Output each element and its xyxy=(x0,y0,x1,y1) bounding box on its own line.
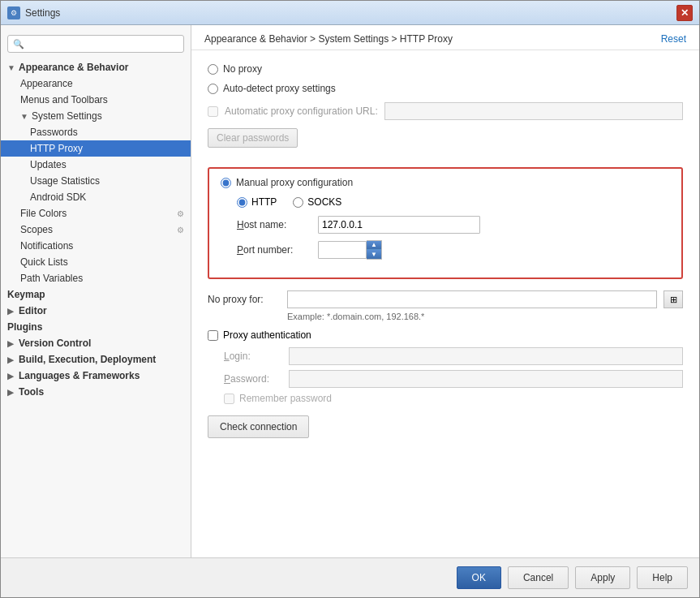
sidebar-item-editor[interactable]: ▶ Editor xyxy=(1,303,191,319)
settings-window: ⚙ Settings ✕ 🔍 ▼ Appearance & Behavior A… xyxy=(0,0,700,598)
proxy-type-row: HTTP SOCKS xyxy=(221,196,670,208)
port-number-spinner: 7878 ▲ ▼ xyxy=(318,240,382,260)
auto-config-checkbox[interactable] xyxy=(208,106,218,117)
search-icon: 🔍 xyxy=(13,39,24,49)
arrow-icon: ▶ xyxy=(7,339,15,348)
http-option: HTTP xyxy=(237,196,277,208)
no-proxy-for-row: No proxy for: ⊞ xyxy=(208,290,683,308)
reset-link[interactable]: Reset xyxy=(661,33,686,45)
sidebar-item-build-execution[interactable]: ▶ Build, Execution, Deployment xyxy=(1,351,191,368)
sidebar-item-notifications[interactable]: Notifications xyxy=(1,238,191,254)
socks-radio[interactable] xyxy=(293,197,303,208)
close-button[interactable]: ✕ xyxy=(676,5,693,21)
http-radio[interactable] xyxy=(237,197,247,208)
auto-config-row: Automatic proxy configuration URL: xyxy=(208,102,683,120)
apply-button[interactable]: Apply xyxy=(575,566,630,589)
no-proxy-radio[interactable] xyxy=(208,64,218,75)
port-number-field[interactable]: 7878 xyxy=(318,241,367,259)
proxy-auth-label[interactable]: Proxy authentication xyxy=(223,329,311,341)
sidebar-item-passwords[interactable]: Passwords xyxy=(1,124,191,140)
sidebar-item-path-variables[interactable]: Path Variables xyxy=(1,270,191,286)
ok-button[interactable]: OK xyxy=(457,566,501,589)
window-icon: ⚙ xyxy=(7,6,20,19)
auto-config-label: Automatic proxy configuration URL: xyxy=(225,105,378,117)
password-field[interactable] xyxy=(289,370,683,388)
manual-proxy-radio[interactable] xyxy=(221,178,231,188)
arrow-icon: ▼ xyxy=(7,63,15,72)
spinner-down-button[interactable]: ▼ xyxy=(367,250,381,259)
proxy-auth-row: Proxy authentication xyxy=(208,329,683,341)
no-proxy-for-field[interactable] xyxy=(287,290,657,308)
settings-icon: ⚙ xyxy=(177,226,184,234)
sidebar-item-version-control[interactable]: ▶ Version Control xyxy=(1,335,191,351)
http-label[interactable]: HTTP xyxy=(251,196,277,208)
password-label: Password: xyxy=(224,373,289,385)
sidebar-item-file-colors[interactable]: File Colors ⚙ xyxy=(1,205,191,222)
host-name-label: Host name: xyxy=(237,219,318,230)
arrow-icon: ▶ xyxy=(7,307,15,316)
sidebar-item-quick-lists[interactable]: Quick Lists xyxy=(1,254,191,270)
clear-passwords-area: Clear passwords xyxy=(208,128,683,157)
sidebar-item-label: Build, Execution, Deployment xyxy=(19,354,156,365)
socks-option: SOCKS xyxy=(293,196,341,208)
auto-detect-label[interactable]: Auto-detect proxy settings xyxy=(223,83,336,94)
sidebar-item-label: Editor xyxy=(19,305,47,316)
sidebar-item-label: Version Control xyxy=(19,338,91,349)
sidebar-item-label: File Colors xyxy=(20,208,67,219)
auto-detect-radio[interactable] xyxy=(208,84,218,94)
port-number-label: Port number: xyxy=(237,244,318,256)
sidebar-item-keymap[interactable]: Keymap xyxy=(1,286,191,303)
sidebar-item-system-settings[interactable]: ▼ System Settings xyxy=(1,108,191,124)
settings-icon: ⚙ xyxy=(177,209,184,218)
cancel-button[interactable]: Cancel xyxy=(508,566,569,589)
sidebar-item-label: Notifications xyxy=(20,240,73,252)
sidebar-item-updates[interactable]: Updates xyxy=(1,157,191,173)
no-proxy-label[interactable]: No proxy xyxy=(223,63,262,75)
sidebar-item-label: Appearance xyxy=(20,78,73,89)
sidebar-item-menus-toolbars[interactable]: Menus and Toolbars xyxy=(1,92,191,108)
sidebar-item-label: Scopes xyxy=(20,224,53,235)
spinner-up-button[interactable]: ▲ xyxy=(367,241,381,250)
sidebar: 🔍 ▼ Appearance & Behavior Appearance Men… xyxy=(1,25,191,557)
sidebar-item-label: Android SDK xyxy=(30,191,86,203)
search-box: 🔍 xyxy=(7,35,184,53)
search-input[interactable] xyxy=(28,38,178,49)
proxy-auth-checkbox[interactable] xyxy=(208,330,218,341)
help-button[interactable]: Help xyxy=(637,566,688,589)
sidebar-item-label: Keymap xyxy=(7,289,45,300)
no-proxy-browse-button[interactable]: ⊞ xyxy=(663,290,683,308)
socks-label[interactable]: SOCKS xyxy=(307,196,341,208)
sidebar-item-label: Passwords xyxy=(30,127,78,138)
sidebar-item-http-proxy[interactable]: HTTP Proxy xyxy=(1,140,191,157)
sidebar-item-tools[interactable]: ▶ Tools xyxy=(1,384,191,400)
host-name-row: Host name: xyxy=(221,216,670,234)
sidebar-item-appearance-behavior[interactable]: ▼ Appearance & Behavior xyxy=(1,59,191,75)
sidebar-item-label: Usage Statistics xyxy=(30,175,100,187)
window-title: Settings xyxy=(25,7,676,19)
manual-proxy-label[interactable]: Manual proxy configuration xyxy=(236,177,353,188)
breadcrumb: Appearance & Behavior > System Settings … xyxy=(191,25,699,50)
sidebar-item-appearance[interactable]: Appearance xyxy=(1,75,191,92)
sidebar-item-label: Languages & Frameworks xyxy=(19,370,140,381)
clear-passwords-button[interactable]: Clear passwords xyxy=(208,128,298,148)
sidebar-item-label: Path Variables xyxy=(20,273,83,284)
sidebar-item-scopes[interactable]: Scopes ⚙ xyxy=(1,222,191,238)
sidebar-item-android-sdk[interactable]: Android SDK xyxy=(1,189,191,205)
sidebar-item-languages-frameworks[interactable]: ▶ Languages & Frameworks xyxy=(1,368,191,384)
settings-panel: No proxy Auto-detect proxy settings Auto… xyxy=(191,50,699,557)
spinner-buttons: ▲ ▼ xyxy=(367,240,382,260)
arrow-icon: ▶ xyxy=(7,388,15,397)
no-proxy-row: No proxy xyxy=(208,63,683,75)
host-name-field[interactable] xyxy=(318,216,480,234)
sidebar-item-usage-statistics[interactable]: Usage Statistics xyxy=(1,173,191,189)
password-row: Password: xyxy=(208,370,683,388)
login-row: Login: xyxy=(208,347,683,365)
login-field[interactable] xyxy=(289,347,683,365)
sidebar-item-plugins[interactable]: Plugins xyxy=(1,319,191,335)
sidebar-item-label: Tools xyxy=(19,386,44,398)
auto-config-field[interactable] xyxy=(384,102,683,120)
sidebar-item-label: Quick Lists xyxy=(20,256,68,268)
sidebar-item-label: Updates xyxy=(30,159,67,170)
remember-password-checkbox[interactable] xyxy=(224,394,234,404)
check-connection-button[interactable]: Check connection xyxy=(208,415,309,438)
